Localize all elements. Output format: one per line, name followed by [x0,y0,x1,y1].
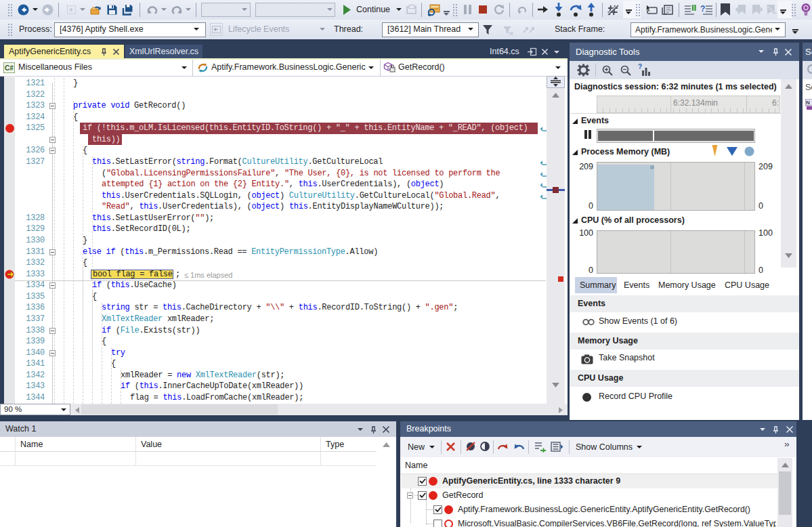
svg-text:N: N [806,100,810,106]
svg-text:?: ? [638,64,642,70]
svg-text:?: ? [700,4,705,14]
svg-text:C#: C# [5,64,14,72]
